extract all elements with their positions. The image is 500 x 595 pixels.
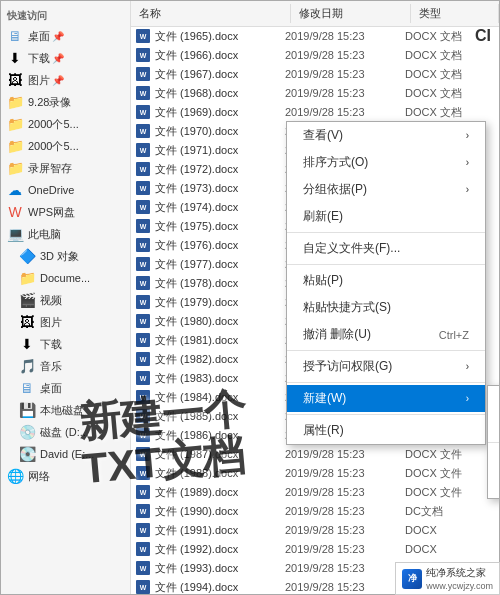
sidebar-item-documents[interactable]: 📁 Docume...: [1, 267, 130, 289]
ctx-item-properties[interactable]: 属性(R): [287, 417, 485, 444]
table-row[interactable]: W 文件 (1992).docx 2019/9/28 15:23 DOCX: [131, 540, 499, 559]
ctx-item-access[interactable]: 授予访问权限(G)›: [287, 353, 485, 380]
file-date: 2019/9/28 15:23: [285, 448, 405, 460]
docx-icon: W: [136, 561, 150, 575]
ctx-item-group[interactable]: 分组依据(P)›: [287, 176, 485, 203]
table-row[interactable]: W 文件 (1989).docx 2019/9/28 15:23 DOCX 文件: [131, 483, 499, 502]
sidebar-item-localdisk[interactable]: 💾 本地磁盘: [1, 399, 130, 421]
sidebar-item-label: 2000个5...: [28, 139, 79, 154]
submenu-item-microsoftword[interactable]: WMicr...: [488, 445, 499, 471]
docx-icon: W: [136, 390, 150, 404]
file-date: 2019/9/28 15:23: [285, 68, 405, 80]
submenu-item-folder[interactable]: 📁文件夹: [488, 386, 499, 413]
sidebar-item-label: 录屏智存: [28, 161, 72, 176]
sidebar-item-label: 此电脑: [28, 227, 61, 242]
sidebar-item-music[interactable]: 🎵 音乐: [1, 355, 130, 377]
file-type: DOCX 文档: [405, 86, 499, 101]
file-icon: W: [135, 123, 151, 139]
music-icon: 🎵: [19, 358, 35, 374]
submenu-item-contact[interactable]: 👤联系...: [488, 471, 499, 498]
3d-icon: 🔷: [19, 248, 35, 264]
ctx-item-custom_folder[interactable]: 自定义文件夹(F)...: [287, 235, 485, 262]
sidebar-item-928[interactable]: 📁 9.28录像: [1, 91, 130, 113]
sidebar-item-desktop[interactable]: 🖥 桌面 📌: [1, 25, 130, 47]
file-name: 文件 (1984).docx: [155, 390, 285, 405]
sidebar-item-david[interactable]: 💽 David (E:...: [1, 443, 130, 465]
ctx-item-undo[interactable]: 撤消 删除(U)Ctrl+Z: [287, 321, 485, 348]
ctx-item-refresh[interactable]: 刷新(E): [287, 203, 485, 230]
sidebar-item-videos[interactable]: 🎬 视频: [1, 289, 130, 311]
file-date: 2019/9/28 15:23: [285, 505, 405, 517]
sidebar-item-network[interactable]: 🌐 网络: [1, 465, 130, 487]
download-icon: ⬇: [19, 336, 35, 352]
sidebar-item-label: 桌面: [40, 381, 62, 396]
docx-icon: W: [136, 219, 150, 233]
table-row[interactable]: W 文件 (1991).docx 2019/9/28 15:23 DOCX: [131, 521, 499, 540]
table-row[interactable]: W 文件 (1967).docx 2019/9/28 15:23 DOCX 文档: [131, 65, 499, 84]
ctx-item-view[interactable]: 查看(V)›: [287, 122, 485, 149]
sidebar-item-pictures[interactable]: 🖼 图片 📌: [1, 69, 130, 91]
table-row[interactable]: W 文件 (1965).docx 2019/9/28 15:23 DOCX 文档: [131, 27, 499, 46]
file-type: DC文档: [405, 504, 499, 519]
network-icon: 🌐: [7, 468, 23, 484]
docx-icon: W: [136, 86, 150, 100]
file-icon: W: [135, 256, 151, 272]
table-row[interactable]: W 文件 (1969).docx 2019/9/28 15:23 DOCX 文档: [131, 103, 499, 122]
ctx-item-new[interactable]: 新建(W)›📁文件夹🔗快捷方式WMicr...👤联系...: [287, 385, 485, 412]
file-icon: W: [135, 351, 151, 367]
file-name: 文件 (1972).docx: [155, 162, 285, 177]
sidebar-item-wps[interactable]: W WPS网盘: [1, 201, 130, 223]
table-row[interactable]: W 文件 (1968).docx 2019/9/28 15:23 DOCX 文档: [131, 84, 499, 103]
sidebar-item-desktop2[interactable]: 🖥 桌面: [1, 377, 130, 399]
file-type: DOCX 文件: [405, 447, 499, 462]
sidebar-item-screenrec[interactable]: 📁 录屏智存: [1, 157, 130, 179]
file-icon: W: [135, 370, 151, 386]
watermark-logo: 净: [402, 569, 422, 589]
sidebar-item-thispc[interactable]: 💻 此电脑: [1, 223, 130, 245]
table-row[interactable]: W 文件 (1987).docx 2019/9/28 15:23 DOCX 文件: [131, 445, 499, 464]
ctx-item-paste[interactable]: 粘贴(P): [287, 267, 485, 294]
docx-icon: W: [136, 48, 150, 62]
sidebar-item-pictures2[interactable]: 🖼 图片: [1, 311, 130, 333]
file-date: 2019/9/28 15:23: [285, 49, 405, 61]
ctx-item-sort[interactable]: 排序方式(O)›: [287, 149, 485, 176]
table-row[interactable]: W 文件 (1988).docx 2019/9/28 15:23 DOCX 文件: [131, 464, 499, 483]
submenu: 📁文件夹🔗快捷方式WMicr...👤联系...: [487, 385, 499, 499]
wps-icon: W: [7, 204, 23, 220]
file-icon: W: [135, 161, 151, 177]
sidebar-item-2000a[interactable]: 📁 2000个5...: [1, 113, 130, 135]
ctx-label: 授予访问权限(G): [303, 358, 392, 375]
pin-icon: 📌: [52, 75, 64, 86]
sidebar-item-diskd[interactable]: 💿 磁盘 (D:...: [1, 421, 130, 443]
ctx-label: 粘贴(P): [303, 272, 343, 289]
col-header-type[interactable]: 类型: [411, 4, 499, 23]
sidebar-item-downloads2[interactable]: ⬇ 下载: [1, 333, 130, 355]
computer-icon: 💻: [7, 226, 23, 242]
table-row[interactable]: W 文件 (1990).docx 2019/9/28 15:23 DC文档: [131, 502, 499, 521]
ctx-arrow: ›: [466, 157, 469, 168]
file-icon: W: [135, 465, 151, 481]
file-name: 文件 (1967).docx: [155, 67, 285, 82]
file-icon: W: [135, 47, 151, 63]
col-header-name[interactable]: 名称: [131, 4, 291, 23]
menu-separator: [287, 414, 485, 415]
docx-icon: W: [136, 542, 150, 556]
sidebar-item-3dobjects[interactable]: 🔷 3D 对象: [1, 245, 130, 267]
file-icon: W: [135, 332, 151, 348]
sidebar-item-onedrive[interactable]: ☁ OneDrive: [1, 179, 130, 201]
sidebar-item-downloads[interactable]: ⬇ 下载 📌: [1, 47, 130, 69]
docx-icon: W: [136, 143, 150, 157]
col-header-date[interactable]: 修改日期: [291, 4, 411, 23]
docx-icon: W: [136, 29, 150, 43]
file-name: 文件 (1981).docx: [155, 333, 285, 348]
sidebar-item-2000b[interactable]: 📁 2000个5...: [1, 135, 130, 157]
file-icon: W: [135, 66, 151, 82]
ctx-item-paste_shortcut[interactable]: 粘贴快捷方式(S): [287, 294, 485, 321]
sidebar-item-label: 磁盘 (D:...: [40, 425, 89, 440]
file-date: 2019/9/28 15:23: [285, 467, 405, 479]
submenu-item-shortcut[interactable]: 🔗快捷方式: [488, 413, 499, 440]
file-icon: W: [135, 579, 151, 594]
video-icon: 🎬: [19, 292, 35, 308]
file-name: 文件 (1968).docx: [155, 86, 285, 101]
table-row[interactable]: W 文件 (1966).docx 2019/9/28 15:23 DOCX 文档: [131, 46, 499, 65]
